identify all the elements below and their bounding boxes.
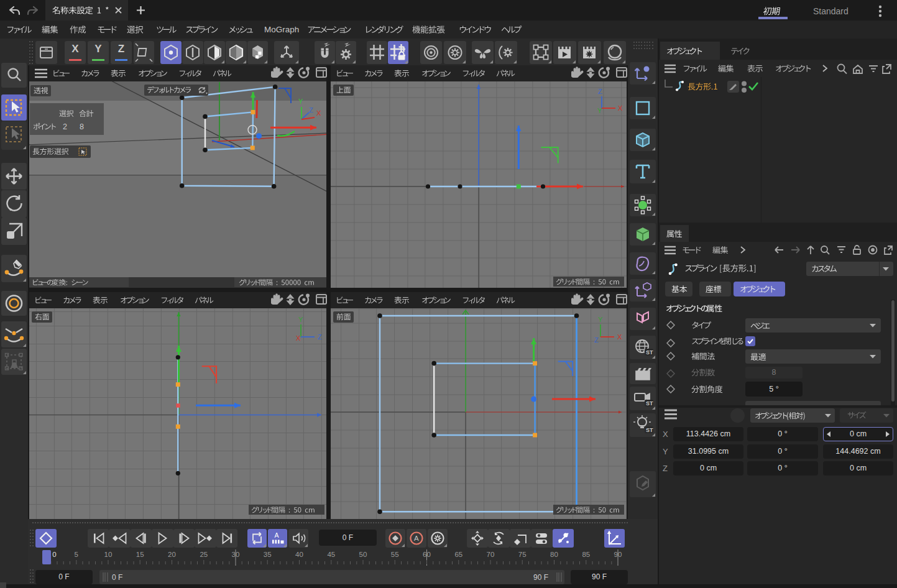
svg-text:10: 10	[104, 551, 113, 558]
svg-text:20: 20	[168, 551, 176, 558]
svg-text:75: 75	[518, 551, 527, 558]
svg-text:50: 50	[359, 551, 367, 558]
svg-text:40: 40	[295, 551, 303, 558]
svg-text:35: 35	[264, 551, 272, 558]
svg-text:80: 80	[550, 551, 558, 558]
svg-text:45: 45	[327, 551, 335, 558]
svg-text:15: 15	[136, 551, 144, 558]
svg-text:5: 5	[75, 551, 78, 558]
svg-text:0: 0	[52, 551, 56, 558]
svg-text:65: 65	[454, 551, 462, 558]
svg-text:85: 85	[582, 551, 590, 558]
svg-text:70: 70	[487, 551, 495, 558]
svg-text:25: 25	[200, 551, 208, 558]
svg-text:55: 55	[391, 551, 399, 558]
